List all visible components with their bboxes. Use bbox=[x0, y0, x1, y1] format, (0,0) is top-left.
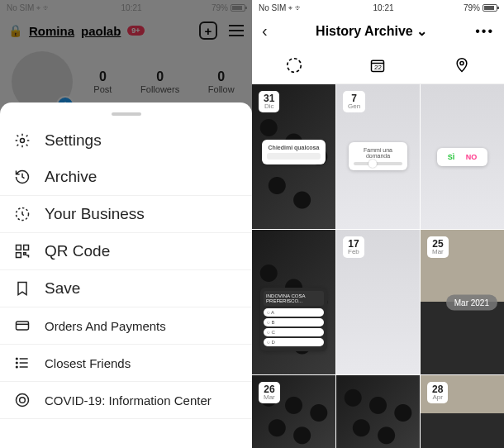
menu-label: COVID-19: Information Center bbox=[45, 393, 212, 407]
menu-item-gear[interactable]: Settings bbox=[0, 122, 252, 159]
svg-point-11 bbox=[17, 362, 18, 364]
archive-tile[interactable]: 31DicChiedimi qualcosa bbox=[252, 84, 335, 229]
battery-pct: 79% bbox=[212, 3, 228, 12]
svg-rect-2 bbox=[17, 245, 21, 250]
list-icon bbox=[13, 354, 31, 372]
menu-item-history[interactable]: Archive bbox=[0, 159, 252, 196]
carrier: No SIM bbox=[7, 3, 34, 12]
archive-tile[interactable]: 28apr bbox=[421, 375, 504, 448]
tab-location-icon[interactable] bbox=[452, 55, 472, 75]
more-button[interactable]: ••• bbox=[475, 24, 494, 39]
slider-sticker: Fammi una domanda bbox=[349, 142, 407, 170]
tab-reel-icon[interactable] bbox=[284, 55, 304, 75]
archive-header: ‹ History Archive⌄ ••• bbox=[252, 15, 504, 47]
carrier: No SIM bbox=[259, 3, 286, 12]
bookmark-icon bbox=[13, 279, 31, 298]
chevron-down-icon: ⌄ bbox=[416, 23, 427, 39]
activity-icon bbox=[13, 205, 31, 223]
date-chip: 7Gen bbox=[343, 91, 365, 112]
battery-icon bbox=[483, 4, 497, 12]
menu-label: Settings bbox=[45, 131, 102, 150]
menu-label: Orders And Payments bbox=[45, 319, 166, 333]
question-sticker: Chiedimi qualcosa bbox=[262, 140, 326, 164]
gear-icon bbox=[13, 131, 31, 150]
menu-label: Archive bbox=[45, 168, 97, 186]
date-chip: 25mar bbox=[427, 236, 449, 258]
menu-item-info[interactable]: COVID-19: Information Center bbox=[0, 382, 252, 419]
tab-calendar-icon[interactable]: 22 bbox=[368, 55, 388, 75]
month-label: Mar 2021 bbox=[446, 294, 497, 310]
svg-rect-4 bbox=[17, 253, 21, 258]
archive-tile[interactable]: SÌNO bbox=[421, 84, 504, 229]
menu-label: Closest Friends bbox=[45, 356, 131, 370]
menu-item-activity[interactable]: Your Business bbox=[0, 196, 252, 233]
svg-point-12 bbox=[17, 366, 18, 368]
menu-label: Your Business bbox=[45, 205, 145, 223]
date-chip: 28apr bbox=[427, 382, 448, 403]
back-button[interactable]: ‹ bbox=[262, 21, 268, 41]
svg-point-10 bbox=[17, 358, 18, 360]
menu-item-bookmark[interactable]: Save bbox=[0, 270, 252, 307]
info-icon bbox=[13, 391, 31, 409]
menu-item-list[interactable]: Closest Friends bbox=[0, 345, 252, 382]
drag-handle[interactable] bbox=[112, 112, 141, 116]
card-icon bbox=[13, 317, 31, 335]
menu-label: QR Code bbox=[45, 242, 110, 260]
archive-title-dropdown[interactable]: History Archive⌄ bbox=[274, 23, 469, 39]
archive-grid: 31DicChiedimi qualcosa7GenFammi una doma… bbox=[252, 84, 504, 448]
svg-point-13 bbox=[17, 394, 29, 407]
svg-point-15 bbox=[288, 59, 302, 73]
svg-rect-3 bbox=[24, 245, 29, 250]
archive-screen: No SIM◈ ᯤ 10:21 79% ‹ History Archive⌄ •… bbox=[252, 0, 504, 448]
battery-icon bbox=[231, 4, 245, 12]
wifi-icon: ◈ ᯤ bbox=[36, 3, 51, 12]
archive-tile[interactable]: INDOVINA COSA PREFERISCO...○ A○ B○ C○ D bbox=[252, 230, 335, 374]
archive-tile[interactable]: 26mar bbox=[252, 375, 335, 448]
archive-tabs: 22 bbox=[252, 47, 504, 84]
svg-point-0 bbox=[21, 139, 25, 143]
quiz-sticker: INDOVINA COSA PREFERISCO...○ A○ B○ C○ D bbox=[260, 288, 327, 351]
status-bar: No SIM◈ ᯤ 10:21 79% bbox=[252, 0, 504, 15]
poll-sticker: SÌNO bbox=[437, 148, 487, 166]
archive-tile[interactable] bbox=[336, 375, 420, 448]
menu-label: Save bbox=[45, 279, 80, 298]
archive-tile[interactable]: 17feb bbox=[336, 230, 420, 374]
menu-item-qr[interactable]: QR Code bbox=[0, 233, 252, 270]
clock: 10:21 bbox=[373, 3, 394, 12]
date-chip: 31Dic bbox=[259, 91, 279, 112]
battery-pct: 79% bbox=[464, 3, 480, 12]
menu-sheet: SettingsArchiveYour BusinessQR CodeSaveO… bbox=[0, 102, 252, 448]
svg-point-18 bbox=[460, 61, 464, 64]
clock: 10:21 bbox=[121, 3, 142, 12]
status-bar: No SIM◈ ᯤ 10:21 79% bbox=[0, 0, 252, 15]
date-chip: 26mar bbox=[259, 382, 280, 403]
qr-icon bbox=[13, 242, 31, 260]
date-chip: 17feb bbox=[343, 236, 364, 258]
archive-tile[interactable]: 25marMar 2021 bbox=[421, 230, 504, 374]
svg-point-14 bbox=[20, 398, 26, 403]
menu-item-card[interactable]: Orders And Payments bbox=[0, 307, 252, 345]
wifi-icon: ◈ ᯤ bbox=[288, 3, 303, 12]
svg-rect-5 bbox=[17, 322, 29, 330]
profile-screen: No SIM◈ ᯤ 10:21 79% 🔒 Romina paolab 9+ +… bbox=[0, 0, 252, 448]
archive-tile[interactable]: 7GenFammi una domanda bbox=[336, 84, 420, 229]
history-icon bbox=[13, 168, 31, 186]
